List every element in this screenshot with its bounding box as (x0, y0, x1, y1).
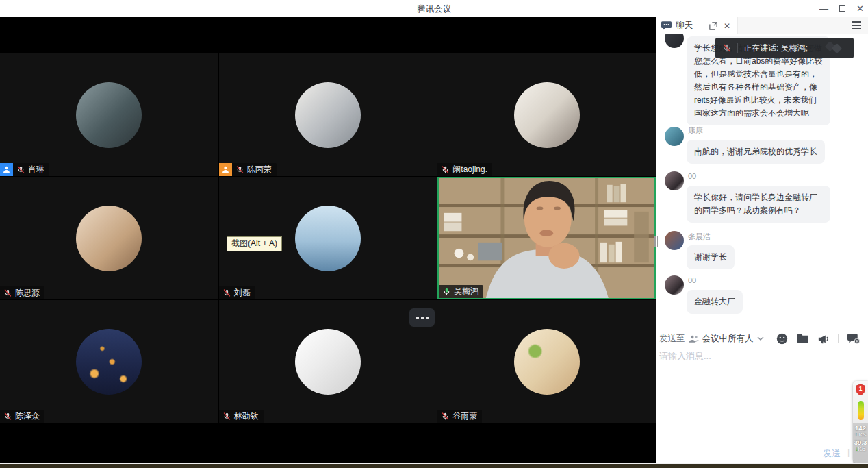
taskbar-sliver[interactable] (0, 464, 868, 468)
avatar (76, 329, 142, 395)
download-speed-value: 39.3 (853, 439, 868, 446)
sender-name: 00 (688, 172, 696, 180)
megaphone-icon[interactable] (817, 334, 829, 344)
minimize-button[interactable]: — (819, 0, 828, 17)
avatar (665, 127, 684, 146)
net-speed-widget[interactable]: 1 142 ↑ K/s 39.3 ↓K/s (853, 381, 868, 463)
avatar (76, 206, 142, 271)
tab-chat[interactable]: 聊天 ✕ (656, 17, 738, 34)
video-tile[interactable]: 阚taojing. (437, 53, 656, 176)
mic-muted-icon (722, 43, 732, 53)
video-tile[interactable]: 陈泽众 (0, 300, 218, 423)
upload-speed-unit: K/s (859, 432, 867, 438)
mic-muted-icon (235, 165, 244, 174)
video-tile[interactable]: 肖琳 (0, 53, 218, 176)
more-options-button[interactable] (409, 308, 435, 327)
participant-name: 肖琳 (28, 164, 44, 175)
screenshot-tooltip: 截图(Alt + A) (227, 236, 282, 251)
mic-muted-icon (222, 288, 231, 297)
sender-name: 张晨浩 (688, 232, 711, 242)
popout-icon[interactable] (709, 22, 717, 30)
chat-message: 金融转大厂 (687, 290, 743, 314)
maximize-button[interactable] (839, 0, 845, 17)
mic-muted-icon (222, 412, 231, 421)
close-chat-icon[interactable]: ✕ (724, 21, 730, 31)
close-button[interactable]: ✕ (856, 0, 864, 17)
video-tile[interactable]: 林劭钦 (219, 300, 437, 423)
avatar (76, 82, 142, 148)
download-speed-unit: K/s (858, 446, 866, 452)
window-title: 腾讯会议 (417, 3, 451, 15)
participant-name: 林劭钦 (234, 410, 259, 422)
speed-gauge-bar (858, 401, 864, 420)
chat-message: 南航的，谢谢兄弟院校的优秀学长 (687, 140, 825, 164)
name-tag: 陈丙荣 (219, 163, 277, 176)
cohost-badge-icon (219, 163, 232, 176)
avatar (295, 329, 361, 395)
toast-divider (737, 43, 738, 53)
live-video-feed (439, 178, 654, 298)
chat-header: 聊天 ✕ (656, 17, 868, 34)
audience-selector[interactable]: 会议中所有人 (702, 333, 754, 345)
name-tag: 陈思源 (0, 286, 44, 299)
mic-muted-icon (16, 165, 25, 174)
upload-speed-value: 142 (853, 424, 868, 432)
name-tag: 阚taojing. (437, 163, 492, 176)
participant-name: 陈思源 (15, 287, 40, 299)
mic-muted-icon (441, 412, 450, 421)
name-tag: 陈泽众 (0, 410, 44, 423)
chevron-down-icon[interactable] (757, 336, 764, 341)
chat-settings-icon[interactable] (847, 334, 860, 344)
mic-muted-icon (441, 165, 450, 174)
avatar (295, 206, 361, 271)
people-icon (689, 334, 699, 343)
chat-bubble-icon (661, 21, 672, 30)
video-tile[interactable]: 谷雨蒙 (437, 300, 656, 423)
emoji-icon[interactable] (776, 333, 788, 345)
panel-resize-grip[interactable] (654, 236, 658, 247)
send-button[interactable]: 发送 (823, 447, 841, 460)
speaking-indicator-toast: 正在讲话: 吴梅鸿; (715, 38, 854, 58)
app-window: 腾讯会议 — ✕ 肖琳 (0, 0, 868, 468)
chat-toolbar: 发送至 会议中所有人 (656, 330, 868, 347)
name-tag: 刘磊 (219, 286, 255, 299)
name-tag: 肖琳 (0, 163, 49, 176)
participant-name: 刘磊 (234, 287, 251, 299)
avatar (514, 329, 580, 395)
name-tag: 林劭钦 (219, 410, 264, 423)
mic-muted-icon (3, 288, 12, 297)
participant-name: 阚taojing. (452, 164, 487, 175)
chat-message: 学长你好，请问学长身边金融转厂的同学多吗？成功案例有吗？ (687, 186, 830, 223)
avatar (514, 82, 580, 148)
message-input[interactable] (659, 350, 862, 439)
video-tile-active-speaker[interactable]: 吴梅鸿 (437, 177, 656, 299)
participant-name: 吴梅鸿 (454, 286, 478, 297)
toolbar-divider (838, 334, 839, 343)
sender-name: 康康 (688, 125, 703, 136)
video-tile[interactable]: 陈思源 (0, 177, 218, 299)
sender-name: 00 (688, 276, 696, 284)
avatar (665, 231, 684, 250)
avatar (665, 171, 684, 190)
video-tile[interactable]: 陈丙荣 (219, 53, 437, 176)
mic-muted-icon (3, 412, 12, 421)
meeting-logo-watermark (826, 42, 847, 53)
menu-icon[interactable] (852, 21, 861, 29)
video-area: 肖琳 陈丙荣 (0, 17, 656, 463)
mic-active-icon (442, 287, 451, 296)
speaking-indicator-text: 正在讲话: 吴梅鸿; (743, 42, 808, 54)
chat-tab-label: 聊天 (676, 20, 693, 32)
maximize-icon (839, 5, 845, 12)
participant-name: 陈泽众 (15, 410, 40, 422)
name-tag: 谷雨蒙 (437, 410, 482, 423)
folder-icon[interactable] (797, 334, 808, 343)
avatar (665, 275, 684, 295)
send-row: 发送 | (656, 446, 868, 463)
upload-arrow-icon: ↑ (855, 432, 858, 438)
send-to-label: 发送至 (659, 333, 685, 345)
chat-message-list[interactable]: 学长您好，请问绿色abs这方面您做您怎么看，目前abs的费率好像比较低，但是感觉… (656, 17, 868, 329)
chat-panel: 学长您好，请问绿色abs这方面您做您怎么看，目前abs的费率好像比较低，但是感觉… (656, 17, 868, 463)
participant-name: 陈丙荣 (247, 164, 272, 175)
participant-name: 谷雨蒙 (452, 410, 477, 422)
host-badge-icon (0, 163, 13, 176)
